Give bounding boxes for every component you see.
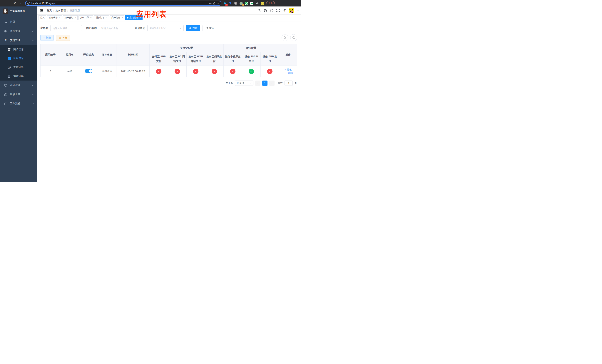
tab-pay-orders[interactable]: 支付订单× [78,15,93,20]
search-icon [189,27,191,30]
close-icon[interactable]: × [106,17,107,19]
site-info-icon[interactable]: i [27,2,30,5]
browser-update-button[interactable]: 更新 [266,1,275,5]
help-icon[interactable]: ? [270,9,273,12]
top-navbar: 首页 / 支付管理 / 应用信息 ? т [37,7,301,15]
app-title: 芋道管理系统 [10,10,25,13]
alipay-app-status-icon: × [156,69,161,74]
trash-icon [285,72,288,74]
pencil-icon: ✎ [284,68,286,71]
sidebar-item-merchant-info[interactable]: 商户信息 [0,45,37,54]
pagination: 共 1 条 10条/页 ‹ 1 › 前往 页 [40,81,297,86]
prev-page-button[interactable]: ‹ [255,81,260,86]
browser-back-button[interactable]: ← [1,2,6,5]
close-icon[interactable]: × [75,17,76,19]
sidebar-item-home[interactable]: 首页 [0,17,37,26]
sidebar-item-app-info[interactable]: 应用信息 [0,54,37,63]
filter-form: 应用名 商户名称 开启状态 请选择开启状态 搜索 [40,25,297,31]
col-alipay-pc: 支付宝 PC 网站支付 [168,52,187,65]
sidebar-collapse-icon[interactable] [40,9,43,12]
share-icon[interactable] [213,2,215,5]
next-page-button[interactable]: › [269,81,275,86]
col-alipay-qr: 支付宝扫码支付 [205,52,224,65]
browser-home-button[interactable]: ⌂ [19,2,23,5]
col-operations: 操作 [279,44,297,66]
col-wechat-mini: 微信小程序支付 [224,52,242,65]
store-icon [7,48,11,51]
search-button[interactable]: 搜索 [186,25,200,31]
breadcrumb-payment[interactable]: 支付管理 [55,9,66,12]
browser-forward-button[interactable]: → [7,2,11,5]
tags-view: 首页 流程表单× 用户分组× 支付订单× 退款订单× 商户信息× 应用信息× [37,15,301,21]
col-app-name: 应用名 [60,44,79,66]
col-created: 创建时间 [117,44,150,66]
merchant-name-label: 商户名称 [86,26,97,30]
app-logo-row[interactable]: 芋道管理系统 [0,7,37,16]
app-name-input[interactable] [50,25,82,31]
extension-y-icon[interactable]: y [245,2,248,5]
browser-reload-button[interactable]: ⟳ [13,1,17,5]
col-alipay-app: 支付宝 APP 支付 [150,52,168,65]
add-button[interactable]: + 新增 [40,35,54,41]
extension-diamond-icon[interactable]: 10 [223,2,226,5]
search-icon[interactable] [258,9,261,12]
password-key-icon[interactable] [209,2,212,5]
col-group-wechat: 微信配置 [224,44,279,52]
extension-chat-icon[interactable] [250,2,253,5]
extension-command-icon[interactable]: ⌘ [234,2,237,5]
close-icon[interactable]: × [122,17,123,19]
sidebar-item-infrastructure[interactable]: 基础设施 [0,81,37,90]
sidebar-item-payment[interactable]: ¥ 支付管理 [0,36,37,45]
goto-page-input[interactable] [285,81,293,86]
sidebar-item-pay-orders[interactable]: ¥ 支付订单 [0,63,37,72]
tab-merchant-info[interactable]: 商户信息× [110,15,124,20]
sidebar-item-workflow[interactable]: 工作流程 [0,99,37,108]
delete-link[interactable]: 删除 [285,71,293,75]
refresh-table-button[interactable] [290,34,297,41]
table-row: 6 芋道 芋道源码 2021-10-23 08:49:25 × × × × × … [41,65,297,77]
svg-text:¥: ¥ [9,66,10,68]
extension-kite-icon[interactable] [229,2,232,5]
export-button[interactable]: 导出 [56,35,70,41]
edit-link[interactable]: ✎修改 [284,68,292,71]
svg-text:?: ? [271,10,272,11]
extension-recorder-icon[interactable]: 1 [239,2,243,5]
sidebar-item-refund-orders[interactable]: 退款订单 [0,72,37,81]
close-icon[interactable]: × [59,17,60,19]
sidebar-item-dev-tools[interactable]: 研发工具 [0,90,37,99]
tab-user-group[interactable]: 用户分组× [63,15,77,20]
toggle-search-button[interactable] [281,34,288,41]
sidebar-menu: 首页 系统管理 ¥ 支付管理 [0,16,37,108]
extensions-puzzle-icon[interactable] [256,2,259,5]
breadcrumb-home[interactable]: 首页 [47,9,52,12]
col-wechat-app: 微信 APP 支付 [261,52,279,65]
current-page[interactable]: 1 [262,81,268,86]
status-select[interactable]: 请选择开启状态 [147,25,184,31]
close-icon[interactable]: × [90,17,91,19]
status-toggle[interactable] [85,69,92,73]
active-tab-dot [127,17,129,19]
browser-menu-icon[interactable]: ⋮ [277,2,279,5]
tab-process-form[interactable]: 流程表单× [47,15,62,20]
github-icon[interactable] [264,9,267,12]
grid-icon [7,57,11,60]
fullscreen-icon[interactable] [276,9,280,12]
merchant-name-input[interactable] [99,25,130,31]
breadcrumb: 首页 / 支付管理 / 应用信息 [47,9,80,12]
dashboard-icon [4,21,7,23]
payment-submenu: 商户信息 应用信息 ¥ 支付订单 [0,45,37,81]
tab-refund-orders[interactable]: 退款订单× [94,15,109,20]
app-name-label: 应用名 [40,26,48,30]
bookmark-star-icon[interactable]: ☆ [217,2,219,5]
browser-chrome: ← → ⟳ ⌂ i localhost:1024/pay/app ☆ 10 ⌘ … [0,0,301,7]
alipay-pc-status-icon: × [174,69,180,74]
tab-home[interactable]: 首页 [39,15,46,20]
page-size-select[interactable]: 10条/页 [235,81,253,86]
user-avatar[interactable] [289,8,294,13]
avatar-dropdown-icon[interactable]: ▼ [297,10,299,11]
browser-profile-avatar[interactable] [261,2,264,5]
sidebar-item-system[interactable]: 系统管理 [0,26,37,36]
font-size-icon[interactable]: тT [283,9,286,12]
address-bar[interactable]: i localhost:1024/pay/app ☆ [25,1,221,6]
reset-button[interactable]: 重置 [203,25,217,31]
